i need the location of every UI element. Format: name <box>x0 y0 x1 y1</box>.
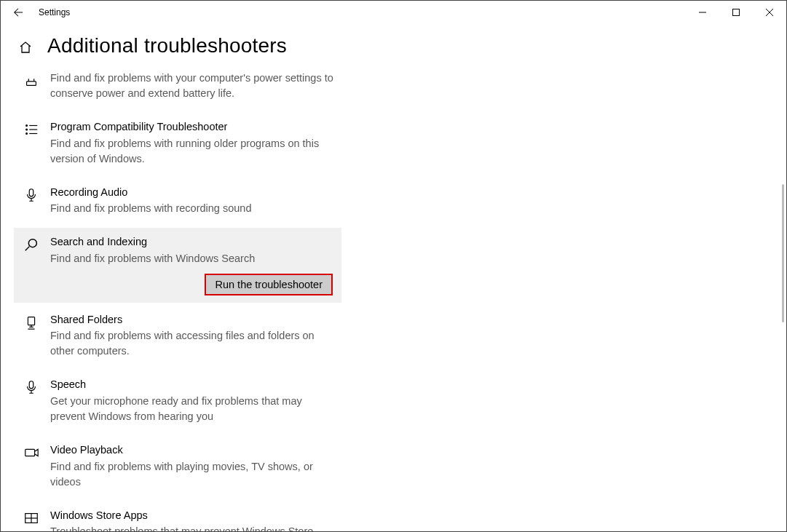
svg-point-7 <box>26 133 28 135</box>
item-title: Search and Indexing <box>50 235 334 250</box>
titlebar: Settings <box>1 1 786 24</box>
app-title: Settings <box>39 7 70 17</box>
store-apps-icon <box>21 510 41 526</box>
item-desc: Find and fix problems with accessing fil… <box>50 328 334 359</box>
item-desc: Find and fix problems with Windows Searc… <box>50 251 334 266</box>
item-title: Recording Audio <box>50 186 334 200</box>
svg-rect-11 <box>29 188 33 196</box>
back-button[interactable] <box>1 1 36 24</box>
item-desc: Get your microphone ready and fix proble… <box>50 394 334 424</box>
svg-line-13 <box>25 247 30 251</box>
troubleshooter-item-speech[interactable]: Speech Get your microphone ready and fix… <box>14 370 341 433</box>
item-title: Speech <box>50 378 334 392</box>
minimize-button[interactable] <box>686 1 719 24</box>
item-desc: Find and fix problems with playing movie… <box>50 459 334 490</box>
item-desc: Find and fix problems with running older… <box>50 136 334 167</box>
troubleshooter-item-search-indexing[interactable]: Search and Indexing Find and fix problem… <box>14 228 341 303</box>
troubleshooter-item-power[interactable]: Find and fix problems with your computer… <box>14 71 341 110</box>
content-area: Additional troubleshooters Find and fix … <box>1 24 786 531</box>
troubleshooter-item-recording-audio[interactable]: Recording Audio Find and fix problems wi… <box>14 178 341 226</box>
search-icon <box>21 237 41 253</box>
item-title: Program Compatibility Troubleshooter <box>50 120 334 135</box>
close-button[interactable] <box>753 1 786 24</box>
troubleshooter-item-store-apps[interactable]: Windows Store Apps Troubleshoot problems… <box>14 501 341 531</box>
svg-rect-14 <box>28 317 34 325</box>
window-controls <box>686 1 786 24</box>
maximize-button[interactable] <box>719 1 753 24</box>
video-icon <box>21 445 41 461</box>
troubleshooter-item-shared-folders[interactable]: Shared Folders Find and fix problems wit… <box>14 306 341 368</box>
svg-point-12 <box>28 239 36 247</box>
power-icon <box>21 72 41 88</box>
svg-point-6 <box>26 129 28 130</box>
item-desc: Troubleshoot problems that may prevent W… <box>50 524 334 531</box>
svg-rect-4 <box>27 82 36 86</box>
minimize-icon <box>699 9 706 16</box>
svg-rect-15 <box>29 381 33 389</box>
item-title: Windows Store Apps <box>50 509 334 523</box>
troubleshooter-item-compatibility[interactable]: Program Compatibility Troubleshooter Fin… <box>14 113 341 175</box>
microphone-icon <box>21 187 41 203</box>
close-icon <box>766 9 773 16</box>
svg-rect-16 <box>25 449 35 456</box>
compatibility-icon <box>21 122 41 138</box>
item-desc: Find and fix problems with recording sou… <box>50 201 334 216</box>
back-arrow-icon <box>13 7 23 17</box>
troubleshooter-list: Find and fix problems with your computer… <box>5 71 341 531</box>
item-title: Video Playback <box>50 443 334 458</box>
item-title: Shared Folders <box>50 313 334 327</box>
scrollbar-thumb[interactable] <box>782 184 784 322</box>
svg-rect-1 <box>733 9 740 16</box>
header-row: Additional troubleshooters <box>5 24 786 71</box>
maximize-icon <box>732 9 740 16</box>
page-title: Additional troubleshooters <box>47 34 287 57</box>
shared-folders-icon <box>21 314 41 330</box>
item-desc: Find and fix problems with your computer… <box>50 71 334 101</box>
home-icon[interactable] <box>18 40 33 55</box>
troubleshooter-item-video-playback[interactable]: Video Playback Find and fix problems wit… <box>14 436 341 499</box>
run-troubleshooter-button[interactable]: Run the troubleshooter <box>205 274 333 295</box>
microphone-icon <box>21 379 41 395</box>
svg-point-5 <box>26 125 28 127</box>
